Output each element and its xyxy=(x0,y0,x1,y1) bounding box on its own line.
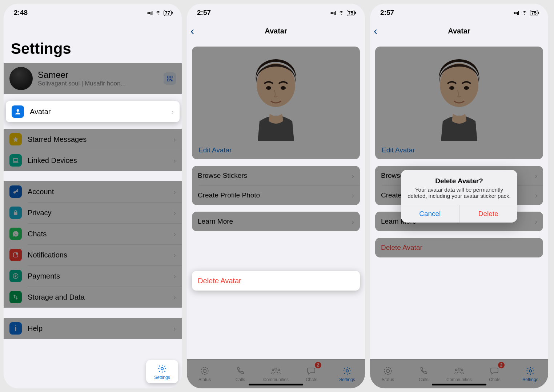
chevron-right-icon: › xyxy=(173,209,176,217)
home-indicator[interactable] xyxy=(249,384,303,385)
battery-icon: 77 xyxy=(164,10,172,16)
row-help[interactable]: i Help › xyxy=(4,318,182,339)
arrows-icon xyxy=(9,291,22,303)
profile-photo xyxy=(9,67,33,90)
notification-icon xyxy=(9,249,22,261)
chevron-right-icon: › xyxy=(173,251,176,259)
star-icon xyxy=(9,133,22,145)
chevron-right-icon: › xyxy=(173,156,176,165)
wifi-icon xyxy=(155,9,161,17)
svg-point-7 xyxy=(13,191,16,193)
row-delete-avatar[interactable]: Delete Avatar xyxy=(192,271,360,291)
svg-point-22 xyxy=(203,369,206,373)
svg-point-10 xyxy=(16,253,18,255)
row-storage[interactable]: Storage and Data › xyxy=(4,287,182,308)
whatsapp-icon xyxy=(9,228,22,240)
svg-point-20 xyxy=(281,86,286,90)
tab-settings[interactable]: Settings xyxy=(329,360,365,388)
chevron-right-icon: › xyxy=(352,172,354,180)
chevron-right-icon: › xyxy=(173,324,176,333)
svg-rect-3 xyxy=(170,79,171,80)
status-bar: 2:57 ••ıl 75 xyxy=(187,4,365,22)
phone-settings: 2:48 ••ıl 77 Settings Sameer Solivagant … xyxy=(4,4,182,388)
profile-row[interactable]: Sameer Solivagant soul | Musafir hoon... xyxy=(4,63,182,94)
row-avatar[interactable]: Avatar › xyxy=(6,101,180,122)
alert-backdrop: Delete Avatar? Your avatar data will be … xyxy=(370,4,548,388)
svg-point-24 xyxy=(272,369,274,371)
row-payments[interactable]: Payments › xyxy=(4,265,182,287)
gear-icon xyxy=(342,366,352,376)
row-starred[interactable]: Starred Messages › xyxy=(4,129,182,150)
tab-settings[interactable]: Settings xyxy=(146,360,178,383)
battery-icon: 75 xyxy=(347,10,355,16)
cellular-icon: ••ıl xyxy=(147,10,153,16)
row-learn-more[interactable]: Learn More › xyxy=(192,212,360,231)
svg-point-5 xyxy=(17,109,19,112)
gear-icon xyxy=(157,364,167,374)
cellular-icon: ••ıl xyxy=(330,10,336,16)
chevron-right-icon: › xyxy=(171,108,174,116)
chevron-right-icon: › xyxy=(173,293,176,301)
row-notifications[interactable]: Notifications › xyxy=(4,244,182,265)
qr-code-icon[interactable] xyxy=(164,72,176,85)
alert-message: Your avatar data will be permanently del… xyxy=(408,187,511,199)
svg-rect-6 xyxy=(13,159,18,161)
communities-icon xyxy=(270,366,281,376)
alert-delete-button[interactable]: Delete xyxy=(459,205,518,223)
chevron-right-icon: › xyxy=(173,188,176,196)
svg-rect-0 xyxy=(167,76,169,78)
row-account[interactable]: Account › xyxy=(4,181,182,202)
status-time: 2:57 xyxy=(197,9,211,17)
chevron-right-icon: › xyxy=(173,230,176,238)
page-title: Settings xyxy=(4,22,182,61)
status-icon xyxy=(200,366,209,376)
profile-status: Solivagant soul | Musafir hoon... xyxy=(38,80,164,87)
chevron-right-icon: › xyxy=(173,272,176,280)
svg-point-17 xyxy=(161,367,164,370)
phone-avatar: 2:57 ••ıl 75 ‹ Avatar xyxy=(187,4,365,388)
alert-title: Delete Avatar? xyxy=(408,177,511,185)
row-browse-stickers[interactable]: Browse Stickers › xyxy=(192,166,360,185)
svg-point-25 xyxy=(278,369,280,371)
svg-point-26 xyxy=(346,370,349,372)
learn-card: Learn More › xyxy=(192,212,360,231)
avatar-icon xyxy=(12,105,24,118)
chevron-right-icon: › xyxy=(352,217,354,226)
profile-name: Sameer xyxy=(38,70,164,80)
row-linked[interactable]: Linked Devices › xyxy=(4,150,182,171)
phone-icon xyxy=(236,366,245,376)
svg-rect-4 xyxy=(172,80,172,81)
svg-rect-8 xyxy=(14,212,17,215)
avatar-preview-card: Edit Avatar xyxy=(192,47,360,159)
tab-status[interactable]: Status xyxy=(187,360,222,388)
row-chats[interactable]: Chats › xyxy=(4,223,182,244)
back-button[interactable]: ‹ xyxy=(190,25,194,37)
chevron-right-icon: › xyxy=(173,135,176,144)
svg-rect-2 xyxy=(167,79,169,81)
info-icon: i xyxy=(9,322,22,335)
rupee-icon xyxy=(9,270,22,282)
status-time: 2:48 xyxy=(14,9,28,17)
badge: 2 xyxy=(315,362,321,368)
delete-avatar-alert: Delete Avatar? Your avatar data will be … xyxy=(401,170,517,223)
status-bar: 2:48 ••ıl 77 xyxy=(4,4,182,22)
lock-icon xyxy=(9,207,22,219)
nav-bar: ‹ Avatar xyxy=(187,22,365,40)
svg-rect-1 xyxy=(170,76,172,78)
key-icon xyxy=(9,185,22,198)
phone-avatar-alert: 2:57 ••ıl 75 ‹ Avatar xyxy=(370,4,548,388)
row-privacy[interactable]: Privacy › xyxy=(4,202,182,223)
laptop-icon xyxy=(9,154,22,167)
actions-card: Browse Stickers › Create Profile Photo › xyxy=(192,166,360,205)
avatar-preview xyxy=(192,47,360,141)
svg-point-19 xyxy=(266,86,271,90)
row-create-photo[interactable]: Create Profile Photo › xyxy=(192,185,360,205)
edit-avatar-link[interactable]: Edit Avatar xyxy=(192,141,360,159)
svg-point-21 xyxy=(201,367,208,375)
wifi-icon xyxy=(338,9,345,17)
svg-point-23 xyxy=(275,368,277,370)
alert-cancel-button[interactable]: Cancel xyxy=(401,205,459,223)
nav-title: Avatar xyxy=(265,27,287,35)
chevron-right-icon: › xyxy=(352,191,354,200)
row-label: Avatar xyxy=(30,108,171,116)
